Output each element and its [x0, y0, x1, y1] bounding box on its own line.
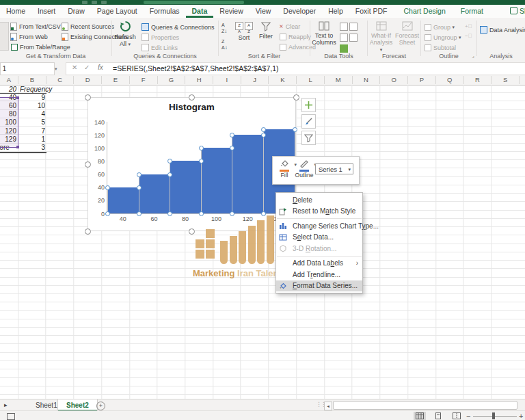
- chart[interactable]: Histogram 020406080100120140406080100120…: [88, 97, 296, 231]
- tab-review[interactable]: Review: [213, 5, 249, 18]
- data-point-handle[interactable]: [105, 211, 110, 216]
- column-header-N[interactable]: N: [353, 76, 381, 84]
- grid-cell-B8[interactable]: 3: [20, 144, 45, 152]
- menu-item-select-data[interactable]: Select Data...: [276, 232, 362, 244]
- zoom-slider-track[interactable]: [473, 416, 517, 417]
- series-dropdown[interactable]: Series 1▾: [315, 163, 353, 174]
- column-header-R[interactable]: R: [464, 76, 492, 84]
- column-header-Q[interactable]: Q: [436, 76, 464, 84]
- data-point-handle[interactable]: [293, 127, 297, 132]
- data-point-handle[interactable]: [105, 185, 110, 190]
- zoom-slider-thumb[interactable]: [492, 412, 495, 419]
- column-header-S[interactable]: S: [492, 76, 520, 84]
- data-point-handle[interactable]: [261, 211, 266, 216]
- column-header-D[interactable]: D: [74, 76, 102, 84]
- sheet-nav-arrow-icon[interactable]: ▸: [4, 402, 8, 408]
- column-header-O[interactable]: O: [380, 76, 408, 84]
- menu-item-add-data-labels[interactable]: Add Data Labels›: [276, 258, 362, 270]
- consolidate-icon[interactable]: [349, 34, 358, 42]
- enter-icon[interactable]: ✓: [84, 64, 90, 71]
- grid-cell-A1[interactable]: 20: [0, 86, 16, 94]
- column-header-F[interactable]: F: [130, 76, 158, 84]
- column-header-A[interactable]: A: [0, 76, 18, 84]
- data-point-handle[interactable]: [261, 127, 266, 132]
- sort-az-button[interactable]: AZ↓: [221, 22, 227, 34]
- tab-draw[interactable]: Draw: [62, 5, 91, 18]
- formula-input[interactable]: =SERIES(,Sheet2!$A$2:$A$7,Sheet2!$A$2:$A…: [113, 64, 279, 73]
- outline-button[interactable]: Outline ▾: [295, 159, 314, 179]
- chart-resize-handle[interactable]: [189, 228, 195, 235]
- macro-record-icon[interactable]: [7, 413, 15, 420]
- range-handle[interactable]: [16, 146, 19, 148]
- chart-styles-button[interactable]: [301, 114, 316, 129]
- grid-cell-B3[interactable]: 10: [20, 102, 45, 110]
- menu-item-reset-to-match-style[interactable]: Reset to Match Style: [276, 206, 362, 218]
- chart-resize-handle[interactable]: [85, 228, 91, 235]
- sort-button[interactable]: ZAAZ Sort: [234, 21, 254, 41]
- tab-home[interactable]: Home: [0, 5, 31, 18]
- tab-help[interactable]: Help: [322, 5, 349, 18]
- remove-duplicates-icon[interactable]: [349, 23, 358, 31]
- column-header-M[interactable]: M: [325, 76, 353, 84]
- column-header-H[interactable]: H: [185, 76, 213, 84]
- sort-za-button[interactable]: ZA↓: [221, 38, 228, 51]
- menu-item-add-trendline[interactable]: Add Trendline...: [276, 269, 362, 280]
- page-layout-view-button[interactable]: [432, 412, 444, 420]
- column-header-P[interactable]: P: [408, 76, 436, 84]
- chart-resize-handle[interactable]: [85, 94, 91, 101]
- tab-insert[interactable]: Insert: [31, 5, 62, 18]
- chart-resize-handle[interactable]: [293, 94, 299, 101]
- column-header-C[interactable]: C: [46, 76, 75, 84]
- fill-button[interactable]: Fill ▾: [275, 159, 294, 179]
- tab-formulas[interactable]: Formulas: [144, 5, 186, 18]
- from-table-range-button[interactable]: From Table/Range: [10, 42, 70, 52]
- refresh-all-button[interactable]: RefreshAll ▾: [113, 21, 137, 47]
- tab-view[interactable]: View: [250, 5, 278, 18]
- grid-cell-B5[interactable]: 5: [20, 118, 45, 127]
- chart-title[interactable]: Histogram: [88, 102, 295, 112]
- grid-cell-B4[interactable]: 4: [20, 110, 45, 118]
- histogram-bar[interactable]: [170, 161, 201, 213]
- column-header-J[interactable]: J: [241, 76, 269, 84]
- get-data-button-partial[interactable]: [0, 22, 9, 51]
- data-model-icon[interactable]: [340, 44, 348, 53]
- column-header-L[interactable]: L: [297, 76, 325, 84]
- search-box[interactable]: [144, 1, 244, 4]
- zoom-out-icon[interactable]: −: [466, 412, 470, 420]
- tab-format[interactable]: Format: [455, 5, 489, 18]
- column-header-K[interactable]: K: [269, 76, 297, 84]
- chart-filters-button[interactable]: [301, 131, 316, 145]
- range-handle[interactable]: [16, 96, 19, 99]
- normal-view-button[interactable]: [414, 412, 426, 420]
- column-header-G[interactable]: G: [158, 76, 186, 84]
- histogram-bar[interactable]: [139, 174, 170, 213]
- histogram-bar[interactable]: [107, 187, 139, 213]
- filter-button[interactable]: Filter: [256, 21, 276, 40]
- zoom-in-icon[interactable]: +: [519, 412, 523, 420]
- data-analysis-button[interactable]: Data Analysis: [479, 25, 525, 35]
- tab-developer[interactable]: Developer: [277, 5, 322, 18]
- quick-access-icon[interactable]: [82, 1, 88, 4]
- horizontal-scrollbar[interactable]: [333, 401, 517, 410]
- menu-item-change-series-chart-type[interactable]: Change Series Chart Type...: [276, 220, 362, 232]
- share-button[interactable]: Share: [510, 5, 525, 18]
- chart-resize-handle[interactable]: [189, 94, 195, 101]
- new-sheet-button[interactable]: +: [96, 402, 105, 410]
- queries-connections-button[interactable]: Queries & Connections: [141, 22, 215, 32]
- insert-function-icon[interactable]: fx: [98, 64, 103, 71]
- scroll-left-icon[interactable]: ◂: [324, 402, 332, 410]
- tab-foxit-pdf[interactable]: Foxit PDF: [349, 5, 394, 18]
- data-point-handle[interactable]: [137, 172, 142, 177]
- menu-item-format-data-series[interactable]: Format Data Series...: [276, 280, 362, 292]
- flash-fill-icon[interactable]: [340, 23, 348, 31]
- grid-cell-B7[interactable]: 1: [20, 135, 45, 144]
- name-box[interactable]: Chart 1: [0, 62, 55, 75]
- name-box-caret-icon[interactable]: ▾: [55, 66, 57, 72]
- tab-data[interactable]: Data: [186, 5, 214, 18]
- quick-access-icon[interactable]: [101, 1, 107, 4]
- menu-item-delete[interactable]: Delete: [276, 194, 362, 206]
- quick-access-icon[interactable]: [92, 1, 97, 4]
- data-point-handle[interactable]: [199, 211, 204, 216]
- histogram-bar[interactable]: [232, 135, 263, 213]
- chart-elements-button[interactable]: [301, 98, 316, 112]
